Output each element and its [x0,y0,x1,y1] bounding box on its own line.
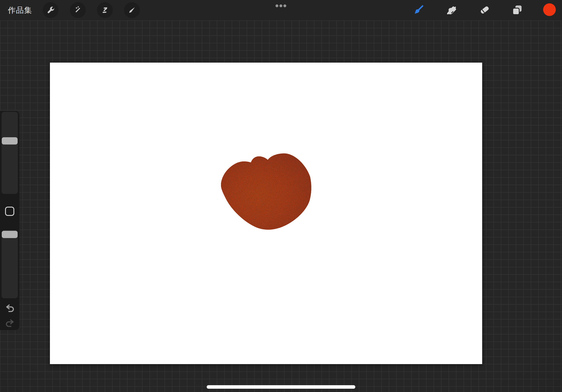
opacity-handle[interactable] [2,231,18,238]
adjustments-button[interactable] [70,2,86,18]
selection-s-icon [100,5,109,15]
smudge-tool-button[interactable] [445,3,459,17]
top-toolbar: 作品集 [0,0,562,21]
erase-tool-button[interactable] [478,3,492,17]
ellipsis-icon [283,4,286,7]
modify-button[interactable] [5,207,14,216]
selection-button[interactable] [97,2,113,18]
paintbrush-icon [412,4,425,16]
redo-button[interactable] [5,318,15,328]
move-arrow-icon [127,5,137,15]
wrench-icon [46,5,55,15]
drawing-canvas[interactable] [50,63,482,364]
layers-button[interactable] [510,3,524,17]
undo-button[interactable] [5,303,15,313]
transform-button[interactable] [124,2,140,18]
paint-tool-button[interactable] [412,3,426,17]
brush-size-handle[interactable] [2,137,18,145]
redo-arrow-icon [6,320,13,326]
color-swatch-circle[interactable] [543,3,556,16]
layers-icon [511,4,523,16]
ellipsis-icon [280,4,282,7]
opacity-slider[interactable] [1,230,18,298]
smudge-icon [445,4,458,16]
actions-button[interactable] [43,2,59,18]
eraser-icon [479,4,491,16]
brush-sidebar [0,111,19,330]
brush-size-slider[interactable] [1,112,18,194]
toolbar-ellipsis-button[interactable] [276,4,286,7]
gallery-button[interactable]: 作品集 [8,0,32,21]
procreate-workspace: 作品集 [0,0,562,392]
undo-arrow-icon [7,305,13,312]
painted-blob-artwork [221,153,312,231]
magic-wand-icon [73,5,82,15]
ellipsis-icon [276,4,278,7]
home-indicator-bar[interactable] [207,385,355,389]
